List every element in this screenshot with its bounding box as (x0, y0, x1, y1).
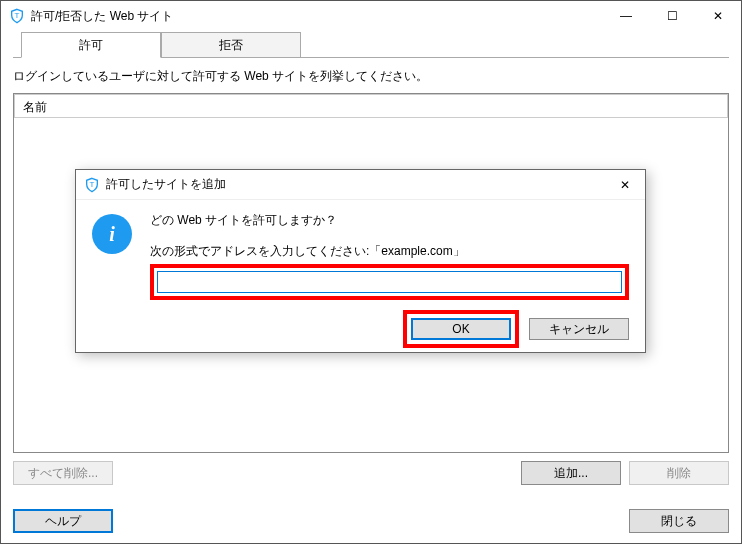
dialog-buttons: OK キャンセル (76, 308, 645, 358)
remove-all-button: すべて削除... (13, 461, 113, 485)
highlight-input (150, 264, 629, 300)
tab-deny[interactable]: 拒否 (161, 32, 301, 58)
window-title: 許可/拒否した Web サイト (31, 8, 603, 25)
address-input[interactable] (157, 271, 622, 293)
remove-button: 削除 (629, 461, 729, 485)
dialog-hint: 次の形式でアドレスを入力してください:「example.com」 (150, 243, 629, 260)
svg-text:T: T (15, 11, 20, 20)
dialog-close-button[interactable]: ✕ (605, 170, 645, 199)
dialog-question: どの Web サイトを許可しますか？ (150, 212, 629, 229)
instruction-text: ログインしているユーザに対して許可する Web サイトを列挙してください。 (13, 58, 729, 93)
maximize-button[interactable]: ☐ (649, 1, 695, 31)
footer: ヘルプ 閉じる (13, 509, 729, 533)
tab-allow[interactable]: 許可 (21, 32, 161, 58)
titlebar: T 許可/拒否した Web サイト — ☐ ✕ (1, 1, 741, 31)
column-header-name[interactable]: 名前 (14, 94, 728, 118)
ok-button[interactable]: OK (411, 318, 511, 340)
dialog-titlebar: T 許可したサイトを追加 ✕ (76, 170, 645, 200)
shield-icon: T (84, 177, 100, 193)
list-buttons-row: すべて削除... 追加... 削除 (13, 461, 729, 485)
dialog-body: i どの Web サイトを許可しますか？ 次の形式でアドレスを入力してください:… (76, 200, 645, 308)
svg-text:T: T (90, 180, 95, 189)
close-window-button[interactable]: 閉じる (629, 509, 729, 533)
help-button[interactable]: ヘルプ (13, 509, 113, 533)
dialog-title: 許可したサイトを追加 (106, 176, 605, 193)
window-controls: — ☐ ✕ (603, 1, 741, 31)
add-button[interactable]: 追加... (521, 461, 621, 485)
add-site-dialog: T 許可したサイトを追加 ✕ i どの Web サイトを許可しますか？ 次の形式… (75, 169, 646, 353)
minimize-button[interactable]: — (603, 1, 649, 31)
info-icon: i (92, 214, 132, 254)
shield-icon: T (9, 8, 25, 24)
close-button[interactable]: ✕ (695, 1, 741, 31)
highlight-ok: OK (403, 310, 519, 348)
cancel-button[interactable]: キャンセル (529, 318, 629, 340)
tabs: 許可 拒否 (21, 32, 729, 58)
